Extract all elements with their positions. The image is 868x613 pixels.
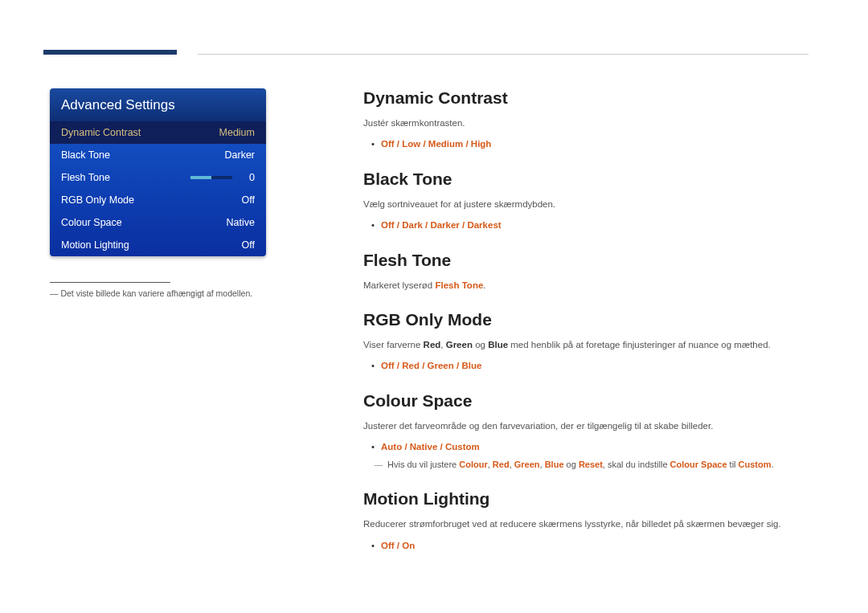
sep: / [395, 361, 403, 370]
option-list: Off / On [363, 538, 809, 553]
osd-label: Colour Space [61, 217, 227, 228]
section-title: Flesh Tone [363, 251, 809, 270]
option-list: Auto / Native / Custom [363, 439, 809, 454]
opt: Red [402, 361, 420, 370]
opt: On [402, 541, 415, 550]
note-text: og [564, 460, 579, 469]
footnote-text: ― Det viste billede kan variere afhængig… [50, 288, 315, 300]
opt: Green [428, 361, 454, 370]
note-text: Hvis du vil justere [387, 460, 459, 469]
osd-label: Flesh Tone [61, 172, 190, 183]
note-bold: Custom [739, 460, 772, 469]
note-bold: Colour [459, 460, 487, 469]
note-bold: Green [514, 460, 540, 469]
sep: / [402, 442, 410, 452]
osd-row-rgb-only-mode[interactable]: RGB Only Mode Off [50, 189, 266, 211]
section-desc: Viser farverne Red, Green og Blue med he… [363, 337, 809, 352]
section-title: Colour Space [363, 391, 809, 411]
desc-bold: Blue [488, 340, 508, 349]
opt: Blue [461, 361, 481, 370]
osd-row-dynamic-contrast[interactable]: Dynamic Contrast Medium [50, 121, 266, 144]
section-title: Black Tone [363, 170, 809, 189]
opt: Off [381, 220, 395, 230]
osd-panel: Advanced Settings Dynamic Contrast Mediu… [50, 88, 266, 256]
opt: Off [381, 361, 395, 370]
page-content: Advanced Settings Dynamic Contrast Mediu… [0, 0, 868, 570]
section-title: Dynamic Contrast [363, 88, 809, 108]
section-title: RGB Only Mode [363, 310, 809, 329]
osd-value: Darker [224, 149, 255, 161]
osd-value: 0 [240, 172, 255, 183]
note-bold: Red [493, 460, 510, 469]
section-title: Motion Lighting [363, 489, 809, 509]
opt: Darker [430, 220, 459, 230]
section-dynamic-contrast: Dynamic Contrast Justér skærmkontrasten.… [363, 88, 809, 152]
sep: / [420, 139, 428, 149]
sep: / [454, 361, 462, 370]
osd-label: Motion Lighting [61, 239, 240, 251]
sep: / [395, 220, 403, 230]
left-column: Advanced Settings Dynamic Contrast Mediu… [50, 88, 315, 570]
osd-value: Medium [219, 127, 255, 138]
header-tab-indicator [43, 50, 177, 55]
right-column: Dynamic Contrast Justér skærmkontrasten.… [315, 88, 809, 570]
sep: / [463, 139, 471, 149]
osd-row-motion-lighting[interactable]: Motion Lighting Off [50, 234, 266, 256]
sep: / [460, 220, 468, 230]
osd-value: Native [227, 217, 255, 228]
note-text: , skal du indstille [603, 460, 670, 469]
desc-text: og [473, 340, 488, 349]
desc-text: med henblik på at foretage finjusteringe… [508, 340, 771, 349]
opt: Dark [402, 220, 423, 230]
sep: / [395, 139, 403, 149]
osd-title: Advanced Settings [50, 88, 266, 121]
section-black-tone: Black Tone Vælg sortniveauet for at just… [363, 170, 809, 233]
opt: Native [410, 442, 438, 452]
option-list: Off / Dark / Darker / Darkest [363, 218, 809, 232]
option-list: Off / Red / Green / Blue [363, 358, 809, 373]
opt: High [471, 139, 492, 149]
option-list: Off / Low / Medium / High [363, 137, 809, 151]
osd-label: Black Tone [61, 149, 224, 161]
opt: Auto [381, 442, 402, 452]
sep: / [423, 220, 431, 230]
osd-row-black-tone[interactable]: Black Tone Darker [50, 144, 266, 166]
osd-row-flesh-tone[interactable]: Flesh Tone 0 [50, 166, 266, 189]
note-bold: Blue [545, 460, 564, 469]
opt: Custom [445, 442, 480, 452]
note-text: . [772, 460, 774, 469]
osd-value: Off [240, 194, 255, 206]
section-note: Hvis du vil justere Colour, Red, Green, … [363, 458, 809, 472]
header-rule [198, 54, 809, 55]
osd-row-colour-space[interactable]: Colour Space Native [50, 211, 266, 234]
osd-slider [190, 176, 232, 179]
desc-bold: Red [424, 340, 441, 349]
opt: Off [381, 541, 395, 550]
osd-label: RGB Only Mode [61, 194, 240, 206]
desc-highlight: Flesh Tone [435, 280, 483, 290]
sep: / [395, 541, 403, 550]
osd-body: Dynamic Contrast Medium Black Tone Darke… [50, 121, 266, 256]
desc-text: . [483, 280, 485, 290]
desc-text: Viser farverne [363, 340, 424, 349]
section-flesh-tone: Flesh Tone Markeret lyserød Flesh Tone. [363, 251, 809, 292]
opt: Off [381, 139, 395, 149]
section-desc: Justerer det farveområde og den farvevar… [363, 419, 809, 433]
osd-label: Dynamic Contrast [61, 127, 219, 138]
section-rgb-only-mode: RGB Only Mode Viser farverne Red, Green … [363, 310, 809, 374]
note-bold: Reset [579, 460, 603, 469]
note-text: til [727, 460, 739, 469]
footnote-rule [50, 282, 170, 283]
sep: / [420, 361, 428, 370]
section-desc: Justér skærmkontrasten. [363, 116, 809, 130]
section-desc: Vælg sortniveauet for at justere skærmdy… [363, 197, 809, 211]
section-desc: Reducerer strømforbruget ved at reducere… [363, 517, 809, 531]
section-colour-space: Colour Space Justerer det farveområde og… [363, 391, 809, 472]
desc-text: Markeret lyserød [363, 280, 435, 290]
opt: Low [402, 139, 420, 149]
opt: Medium [428, 139, 463, 149]
osd-value: Off [240, 239, 255, 251]
sep: / [437, 442, 445, 452]
note-bold: Colour Space [670, 460, 727, 469]
opt: Darkest [467, 220, 501, 230]
